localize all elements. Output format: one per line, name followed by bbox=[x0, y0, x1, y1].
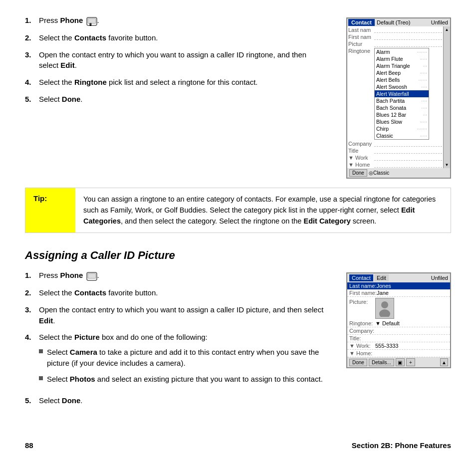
device1-home-value bbox=[374, 162, 442, 168]
device2-picture-label: Picture: bbox=[349, 298, 375, 305]
ringtone-classic: Classic····· bbox=[375, 132, 429, 139]
ringtone-bach-partita: Bach Partita···· bbox=[375, 97, 429, 104]
step-list-1: 1. Press Phone 📱 . 2. bbox=[25, 15, 326, 105]
bullet-text-1: Select Camera to take a picture and add … bbox=[47, 347, 326, 369]
step2-text-2: Select the Contacts favorite button. bbox=[39, 287, 326, 298]
device2-unfiled: Unfiled bbox=[431, 275, 448, 281]
device1-ringtone-row: Ringtone Alarm······· Alarm Flute····· A… bbox=[347, 47, 443, 140]
device1-ringtone-label: Ringtone bbox=[348, 48, 374, 140]
device-col-2: Contact Edit Unfiled Last name: Jones Fi… bbox=[336, 270, 451, 412]
tip-box: Tip: You can assign a ringtone to an ent… bbox=[25, 188, 451, 233]
step-number-2: 2. bbox=[25, 32, 39, 43]
device2-ringtone-row: Ringtone: ▼ Default bbox=[347, 320, 450, 327]
device2-picture-row: Picture: bbox=[347, 297, 450, 320]
device2-home-row: ▼ Home: bbox=[347, 350, 450, 357]
bullet-icon-1 bbox=[39, 349, 43, 353]
device1-contact-tab: Contact bbox=[348, 19, 375, 26]
device1-home-row: ▼ Home bbox=[347, 161, 443, 168]
device1-picture-row: Pictur bbox=[347, 40, 443, 47]
step-bold-4: Ringtone bbox=[74, 78, 107, 86]
step2-number-1: 1. bbox=[25, 270, 39, 281]
device2-tabs: Contact Edit bbox=[349, 274, 389, 281]
step-number-1: 1. bbox=[25, 15, 39, 26]
bullet-icon-2 bbox=[39, 376, 43, 380]
step-text-2: Select the Contacts favorite button. bbox=[39, 32, 326, 43]
step-number-3: 3. bbox=[25, 49, 39, 60]
step-text-5: Select Done. bbox=[39, 94, 326, 105]
device1-done-btn[interactable]: Done bbox=[349, 169, 367, 177]
device1-firstname-value bbox=[374, 34, 442, 40]
step2-text-4: Select the Picture box and do one of the… bbox=[39, 332, 326, 389]
step-3: 3. Open the contact entry to which you w… bbox=[25, 49, 326, 71]
step2-bold-2: Contacts bbox=[74, 288, 106, 297]
device1-title-value bbox=[374, 148, 442, 154]
device2-lastname-value: Jones bbox=[376, 283, 391, 289]
ringtone-alert-swoosh: Alert Swoosh···· bbox=[375, 83, 429, 90]
device1-scrollbar[interactable]: ▲ ▼ bbox=[443, 26, 450, 168]
device2-contact-tab[interactable]: Contact bbox=[349, 274, 373, 281]
device2-footer: Done Details... ▣ + ▲ bbox=[347, 357, 450, 367]
scroll-up-arrow: ▲ bbox=[445, 27, 449, 32]
device2-ringtone-label: Ringtone: bbox=[349, 320, 375, 326]
steps-col-2: 1. Press Phone . 2. Select the Contacts bbox=[25, 270, 326, 412]
device2-lastname-label: Last name: bbox=[349, 283, 376, 289]
device1-firstname-label: First nam bbox=[348, 34, 374, 40]
device1-work-row: ▼ Work bbox=[347, 154, 443, 161]
step2-bold-3: Edit bbox=[39, 316, 53, 325]
section1: 1. Press Phone 📱 . 2. bbox=[25, 15, 451, 179]
device2-title-row: Title: bbox=[347, 335, 450, 342]
svg-text:📱: 📱 bbox=[88, 22, 93, 26]
step-bold-3: Edit bbox=[60, 61, 74, 69]
step-bold-1: Phone bbox=[60, 16, 83, 24]
device2-work-row: ▼ Work: 555-3333 bbox=[347, 342, 450, 350]
step2-number-2: 2. bbox=[25, 287, 39, 298]
step2-text-5: Select Done. bbox=[39, 395, 326, 406]
step-bold-2: Contacts bbox=[74, 33, 106, 42]
tip-bold-edit-categories: Edit Categories bbox=[83, 206, 415, 225]
ringtone-alert-waterfall[interactable]: Alert Waterfall bbox=[375, 90, 429, 97]
device2-icon-btn2[interactable]: + bbox=[406, 358, 415, 366]
step2-bold-4: Picture bbox=[74, 333, 100, 341]
device2-details-btn[interactable]: Details... bbox=[369, 359, 394, 366]
device2-edit-tab[interactable]: Edit bbox=[374, 274, 389, 281]
bullet-bold-1: Camera bbox=[70, 348, 97, 356]
step-number-4: 4. bbox=[25, 77, 39, 88]
step2-bold-1: Phone bbox=[60, 271, 83, 279]
svg-point-6 bbox=[379, 309, 390, 317]
steps-col-1: 1. Press Phone 📱 . 2. bbox=[25, 15, 326, 179]
device-ui-1: Contact Default (Treo) Unfiled Last nam … bbox=[346, 17, 451, 179]
device1-lastname-value bbox=[374, 27, 442, 33]
device1-ringtone-dropdown[interactable]: Alarm······· Alarm Flute····· Alarm Tria… bbox=[374, 48, 442, 140]
device2-icon-btn1[interactable]: ▣ bbox=[396, 358, 405, 366]
device1-company-label: Company bbox=[348, 141, 374, 147]
device2-scroll[interactable]: ▲ bbox=[440, 358, 448, 366]
bullet-item-2: Select Photos and select an existing pic… bbox=[39, 374, 326, 385]
device2-home-label: ▼ Home: bbox=[349, 350, 375, 356]
page-number: 88 bbox=[25, 441, 33, 450]
device2-done-btn[interactable]: Done bbox=[349, 359, 367, 366]
bullet-bold-2: Photos bbox=[70, 375, 95, 383]
device-col-1: Contact Default (Treo) Unfiled Last nam … bbox=[336, 15, 451, 179]
step2-number-4: 4. bbox=[25, 332, 39, 343]
device1-title-label: Title bbox=[348, 148, 374, 154]
phone-icon-1: 📱 bbox=[86, 15, 97, 26]
step-bold-5: Done bbox=[62, 95, 81, 103]
device2-firstname-value: Jane bbox=[377, 290, 389, 296]
device1-lastname-row: Last nam bbox=[347, 26, 443, 33]
device2-company-row: Company: bbox=[347, 327, 450, 335]
step2-3: 3. Open the contact entry to which you w… bbox=[25, 304, 326, 326]
bullet-item-1: Select Camera to take a picture and add … bbox=[39, 347, 326, 369]
device2-header: Contact Edit Unfiled bbox=[347, 273, 450, 282]
step2-4: 4. Select the Picture box and do one of … bbox=[25, 332, 326, 389]
main-content: 1. Press Phone 📱 . 2. bbox=[25, 15, 451, 450]
device2-firstname-label: First name: bbox=[349, 290, 377, 296]
tip-label: Tip: bbox=[25, 188, 75, 233]
scroll-down-arrow: ▼ bbox=[445, 163, 449, 167]
step2-1: 1. Press Phone . bbox=[25, 270, 326, 281]
phone-icon-2 bbox=[86, 270, 97, 281]
device1-work-label: ▼ Work bbox=[348, 155, 374, 161]
device2-work-value: 555-3333 bbox=[375, 343, 399, 349]
device2-ringtone-value: ▼ Default bbox=[375, 320, 400, 326]
step2-number-3: 3. bbox=[25, 304, 39, 315]
footer: 88 Section 2B: Phone Features bbox=[25, 441, 451, 450]
